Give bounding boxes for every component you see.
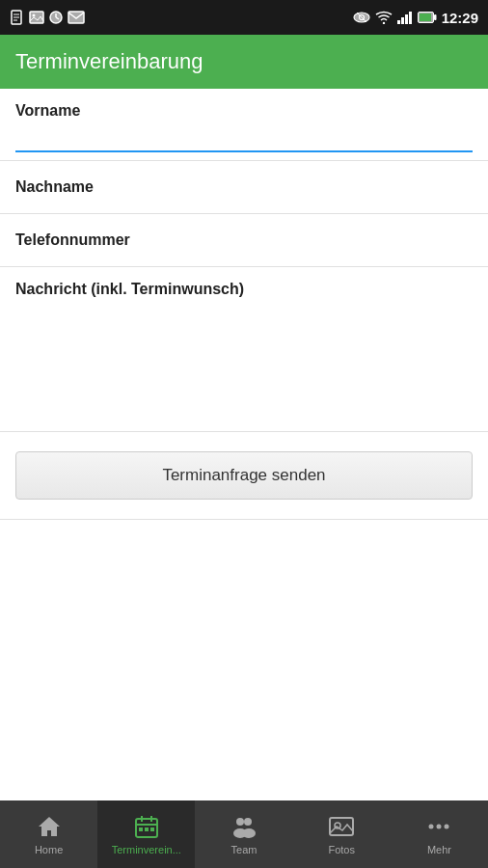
svg-point-30 (244, 818, 252, 826)
nachricht-label: Nachricht (inkl. Terminwunsch) (15, 281, 473, 298)
svg-rect-28 (150, 827, 154, 831)
nav-item-terminverein[interactable]: Terminverein... (97, 800, 195, 868)
svg-rect-16 (405, 14, 408, 24)
svg-point-13 (382, 22, 384, 24)
svg-marker-21 (39, 817, 60, 836)
svg-rect-15 (401, 17, 404, 24)
nachname-label: Nachname (15, 178, 94, 195)
svg-point-29 (236, 818, 244, 826)
more-icon (425, 813, 452, 840)
doc-icon (10, 10, 25, 25)
image-icon (29, 10, 44, 25)
nachricht-field: Nachricht (inkl. Terminwunsch) (0, 267, 488, 432)
mail-icon (68, 11, 85, 24)
wifi-icon (375, 11, 393, 24)
time-display: 12:29 (442, 10, 478, 26)
svg-rect-19 (434, 14, 437, 20)
svg-point-35 (429, 825, 434, 829)
nav-item-home[interactable]: Home (0, 800, 97, 868)
nav-item-fotos[interactable]: Fotos (293, 800, 391, 868)
svg-point-32 (242, 828, 256, 838)
team-icon (230, 813, 258, 840)
photos-icon (328, 813, 355, 840)
svg-rect-14 (397, 20, 400, 24)
nav-label-team: Team (231, 844, 258, 855)
telefonnummer-label: Telefonnummer (15, 231, 130, 248)
form-content: Vorname Nachname Telefonnummer Nachricht… (0, 89, 488, 520)
telefonnummer-field: Telefonnummer (0, 214, 488, 267)
app-bar: Terminvereinbarung (0, 35, 488, 89)
status-bar-right-icons: 12:29 (353, 10, 478, 26)
vorname-field: Vorname (0, 89, 488, 161)
svg-point-36 (437, 825, 442, 829)
vorname-input[interactable] (15, 125, 473, 152)
svg-rect-20 (420, 14, 431, 21)
status-bar-left-icons (10, 10, 85, 25)
nav-item-team[interactable]: Team (195, 800, 292, 868)
svg-point-37 (445, 825, 449, 829)
nav-label-terminverein: Terminverein... (112, 844, 181, 855)
svg-point-5 (33, 14, 36, 17)
svg-rect-26 (139, 827, 143, 831)
nav-label-fotos: Fotos (328, 844, 355, 855)
nav-label-home: Home (35, 844, 63, 855)
battery-icon (418, 12, 437, 23)
submit-button[interactable]: Terminanfrage senden (15, 451, 473, 500)
app-bar-title: Terminvereinbarung (15, 49, 203, 74)
vorname-label: Vorname (15, 102, 473, 120)
button-area: Terminanfrage senden (0, 432, 488, 520)
svg-rect-27 (145, 827, 149, 831)
nav-label-mehr: Mehr (427, 844, 451, 855)
calendar-icon (133, 813, 160, 840)
status-bar: 12:29 (0, 0, 488, 35)
svg-rect-17 (409, 12, 412, 24)
nachricht-input[interactable] (15, 304, 473, 420)
svg-rect-9 (68, 12, 84, 23)
nav-item-mehr[interactable]: Mehr (391, 800, 488, 868)
spacer (0, 520, 488, 645)
home-icon (36, 813, 63, 840)
signal-icon (397, 11, 413, 24)
nachname-field: Nachname (0, 161, 488, 214)
eye-icon (353, 11, 370, 24)
clock-icon (48, 10, 64, 25)
bottom-nav: Home Terminverein... Team (0, 800, 488, 868)
